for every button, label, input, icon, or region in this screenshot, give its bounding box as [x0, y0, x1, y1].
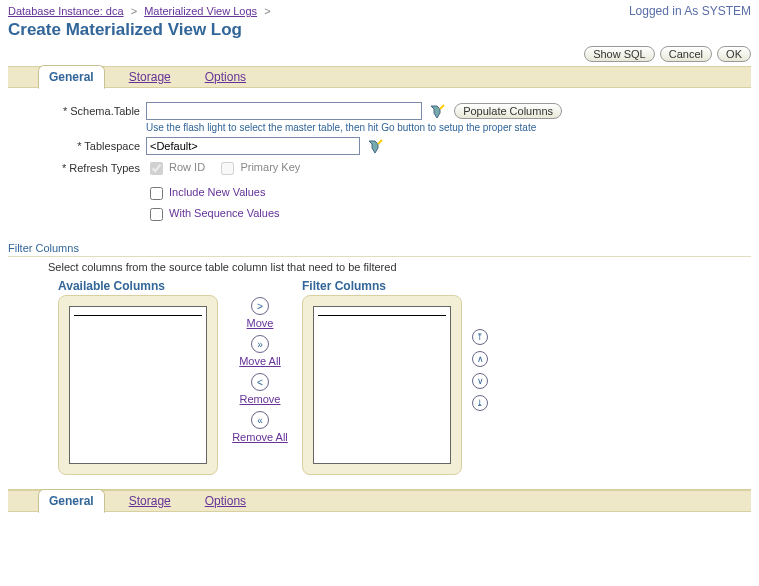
available-columns-list[interactable] — [69, 306, 207, 464]
rowid-checkbox — [150, 162, 163, 175]
available-columns-title: Available Columns — [58, 279, 218, 293]
move-link[interactable]: Move — [247, 317, 274, 329]
filter-columns-desc: Select columns from the source table col… — [48, 261, 751, 273]
show-sql-button[interactable]: Show SQL — [584, 46, 655, 62]
tab-general-bottom[interactable]: General — [38, 489, 105, 513]
breadcrumb-sep: > — [260, 5, 274, 17]
with-sequence-label: With Sequence Values — [169, 208, 279, 220]
with-sequence-checkbox[interactable] — [150, 208, 163, 221]
schema-table-label: * Schema.Table — [28, 102, 146, 117]
breadcrumb-sep: > — [127, 5, 141, 17]
tab-strip-top: General Storage Options — [8, 66, 751, 88]
page-title: Create Materialized View Log — [8, 20, 751, 40]
include-new-checkbox[interactable] — [150, 187, 163, 200]
move-top-icon[interactable]: ⤒ — [472, 329, 488, 345]
move-bottom-icon[interactable]: ⤓ — [472, 395, 488, 411]
cancel-button[interactable]: Cancel — [660, 46, 712, 62]
ok-button[interactable]: OK — [717, 46, 751, 62]
primarykey-checkbox — [221, 162, 234, 175]
rowid-label: Row ID — [169, 162, 205, 174]
svg-marker-2 — [369, 141, 378, 153]
tablespace-label: * Tablespace — [28, 137, 146, 152]
filter-columns-title: Filter Columns — [302, 279, 462, 293]
remove-link[interactable]: Remove — [240, 393, 281, 405]
move-up-icon[interactable]: ∧ — [472, 351, 488, 367]
logged-in-text: Logged in As SYSTEM — [629, 4, 751, 18]
remove-all-link[interactable]: Remove All — [232, 431, 288, 443]
tab-storage-bottom[interactable]: Storage — [119, 490, 181, 512]
breadcrumb: Database Instance: dca > Materialized Vi… — [8, 5, 275, 17]
svg-marker-0 — [431, 106, 440, 118]
primarykey-label: Primary Key — [240, 162, 300, 174]
remove-icon[interactable]: < — [251, 373, 269, 391]
filter-columns-list[interactable] — [313, 306, 451, 464]
breadcrumb-item-mvlogs[interactable]: Materialized View Logs — [144, 5, 257, 17]
action-bar: Show SQL Cancel OK — [8, 46, 751, 62]
tab-storage[interactable]: Storage — [119, 66, 181, 88]
schema-table-hint: Use the flash light to select the master… — [146, 122, 562, 133]
move-all-link[interactable]: Move All — [239, 355, 281, 367]
populate-columns-button[interactable]: Populate Columns — [454, 103, 562, 119]
flashlight-icon[interactable] — [367, 139, 383, 155]
move-all-icon[interactable]: » — [251, 335, 269, 353]
tab-options[interactable]: Options — [195, 66, 256, 88]
schema-table-input[interactable] — [146, 102, 422, 120]
svg-line-1 — [440, 105, 444, 109]
move-icon[interactable]: > — [251, 297, 269, 315]
breadcrumb-item-db[interactable]: Database Instance: dca — [8, 5, 124, 17]
refresh-types-label: * Refresh Types — [28, 159, 146, 174]
svg-line-3 — [378, 140, 382, 144]
filter-columns-heading: Filter Columns — [8, 242, 751, 257]
tab-general[interactable]: General — [38, 65, 105, 89]
move-down-icon[interactable]: ∨ — [472, 373, 488, 389]
flashlight-icon[interactable] — [429, 104, 445, 120]
tablespace-input[interactable] — [146, 137, 360, 155]
remove-all-icon[interactable]: « — [251, 411, 269, 429]
tab-options-bottom[interactable]: Options — [195, 490, 256, 512]
include-new-label: Include New Values — [169, 187, 265, 199]
tab-strip-bottom: General Storage Options — [8, 490, 751, 512]
